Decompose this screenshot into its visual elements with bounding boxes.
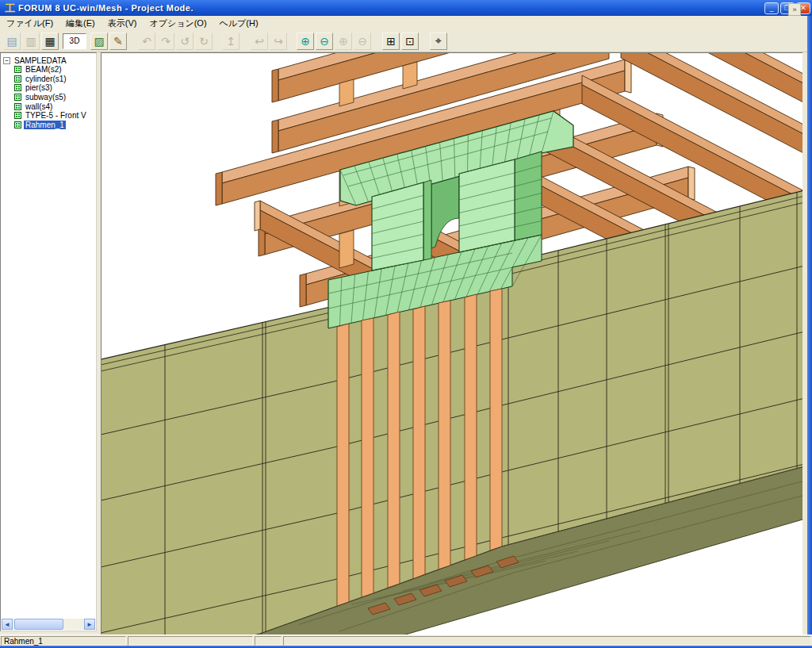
toolbar-separator (240, 33, 250, 50)
new-mesh-button[interactable]: ▨ (90, 33, 108, 50)
tree-item-label: subway(s5) (24, 93, 67, 102)
tree-item-subway-s5-[interactable]: subway(s5) (3, 93, 96, 102)
save-button: ▤ (3, 33, 21, 50)
tree-root-label: SAMPLEDATA (13, 56, 68, 65)
zoom-fit-button: ⊖ (354, 33, 371, 50)
pile-strip (388, 312, 400, 588)
pile-strip (337, 324, 349, 606)
upload-button: ↥ (222, 33, 239, 50)
toolbar-separator (213, 33, 221, 50)
minimize-button[interactable]: _ (764, 2, 779, 14)
tree-horizontal-scrollbar[interactable]: ◄ ► (2, 619, 95, 630)
left-column-side (423, 180, 431, 260)
view-single-button[interactable]: ⊡ (401, 33, 419, 50)
save-as-button: ▥ (22, 33, 40, 50)
window-title: FORUM 8 UC-win/Mesh - Project Mode. (18, 3, 763, 13)
tree-collapse-icon[interactable]: − (3, 57, 10, 64)
mesh-grid-icon (14, 75, 21, 82)
model-tree: − SAMPLEDATA BEAM(s2)cylinder(s1)pier(s3… (1, 53, 96, 129)
tree-item-label: pier(s3) (24, 83, 54, 92)
status-pane (128, 636, 253, 646)
scrollbar-thumb[interactable] (14, 619, 63, 630)
undo-button: ↩ (251, 33, 268, 50)
zoom-in-button[interactable]: ⊕ (297, 33, 314, 50)
beam-L1-end (272, 69, 278, 102)
viewport-3d[interactable] (101, 52, 802, 635)
menu-item-1[interactable]: 編集(E) (59, 17, 102, 30)
rotate-view-button[interactable]: ⌖ (430, 33, 447, 50)
prev-step-button: ↷ (157, 33, 174, 50)
tree-item-label: wall(s4) (24, 102, 54, 111)
beam-L3-endface (625, 59, 631, 93)
status-pane (283, 636, 811, 646)
tree-item-beam-s2-[interactable]: BEAM(s2) (3, 65, 96, 75)
toolbar: ▤▥▦3D▨✎↶↷↺↻↥↩↪⊕⊖⊕⊖⊞⊡⌖ (0, 30, 812, 52)
tree-item-label: Rahmen_1 (24, 121, 66, 129)
next-step-button: ↺ (176, 33, 193, 50)
model-tree-panel: − SAMPLEDATA BEAM(s2)cylinder(s1)pier(s3… (0, 52, 97, 631)
view-mode-field[interactable]: 3D (63, 33, 86, 49)
pile-strip (490, 289, 502, 550)
tree-item-wall-s4-[interactable]: wall(s4) (3, 102, 96, 111)
left-column (372, 182, 423, 270)
pile-strip (465, 294, 477, 560)
mesh-grid-icon (14, 103, 21, 110)
app-icon: 工 (4, 2, 16, 14)
tree-item-label: TYPE-5 - Front V (24, 111, 88, 120)
first-step-button: ↶ (138, 33, 155, 50)
last-step-button: ↻ (195, 33, 213, 50)
redo-button: ↪ (270, 33, 287, 50)
scroll-left-icon[interactable]: ◄ (2, 619, 13, 630)
mesh-grid-icon (14, 94, 21, 101)
pile-strip (362, 318, 373, 597)
beam-L5-endface (688, 167, 695, 200)
stiffener-plate (339, 230, 354, 268)
beam-R1-end (255, 201, 260, 231)
toolbar-separator (372, 33, 381, 50)
menu-item-3[interactable]: オプション(O) (143, 17, 213, 30)
mesh-grid-icon (14, 121, 21, 128)
mesh-grid-icon (14, 84, 21, 91)
viewport-3d-scene[interactable] (102, 53, 803, 635)
window-right-border (807, 16, 812, 648)
pile-strip (439, 301, 450, 569)
status-selection: Rahmen_1 (1, 636, 126, 646)
tree-item-type-5-front-v[interactable]: TYPE-5 - Front V (3, 111, 96, 121)
beam-L3-end (216, 172, 222, 205)
toolbar-separator (128, 33, 137, 50)
right-column-side (515, 151, 542, 240)
tree-root[interactable]: − SAMPLEDATA (3, 56, 96, 65)
stiffener-plate (403, 62, 417, 89)
mesh-grid-icon (14, 66, 21, 73)
beam-L5-end (300, 274, 306, 307)
zoom-window-button: ⊕ (335, 33, 352, 50)
view-grid-button[interactable]: ⊞ (382, 33, 400, 50)
tree-item-label: cylinder(s1) (24, 75, 68, 83)
toolbar-separator (288, 33, 296, 50)
menu-item-0[interactable]: ファイル(F) (0, 17, 59, 30)
tree-item-cylinder-s1-[interactable]: cylinder(s1) (3, 75, 96, 84)
mesh-grid-button[interactable]: ▦ (41, 33, 59, 50)
pile-strip (413, 306, 425, 579)
toolbar-separator (419, 33, 429, 50)
zoom-out-button[interactable]: ⊖ (316, 33, 333, 50)
stiffener-plate (339, 79, 354, 106)
title-bar: 工 FORUM 8 UC-win/Mesh - Project Mode. _ … (0, 0, 812, 16)
tree-item-rahmen-1[interactable]: Rahmen_1 (3, 121, 96, 130)
status-bar: Rahmen_1 (0, 635, 812, 646)
right-column (459, 159, 515, 252)
tree-item-label: BEAM(s2) (24, 65, 63, 74)
beam-L2-end (272, 120, 278, 153)
mesh-grid-icon (14, 112, 21, 119)
scroll-right-icon[interactable]: ► (84, 619, 95, 630)
edit-mesh-button[interactable]: ✎ (109, 33, 127, 50)
status-pane (255, 636, 282, 646)
menu-item-2[interactable]: 表示(V) (102, 17, 144, 30)
menu-bar: ファイル(F)編集(E)表示(V)オプション(O)ヘルプ(H) (0, 16, 812, 31)
toolbar-overflow-icon[interactable]: » (788, 3, 801, 16)
tree-item-pier-s3-[interactable]: pier(s3) (3, 83, 96, 93)
menu-item-4[interactable]: ヘルプ(H) (213, 17, 265, 30)
